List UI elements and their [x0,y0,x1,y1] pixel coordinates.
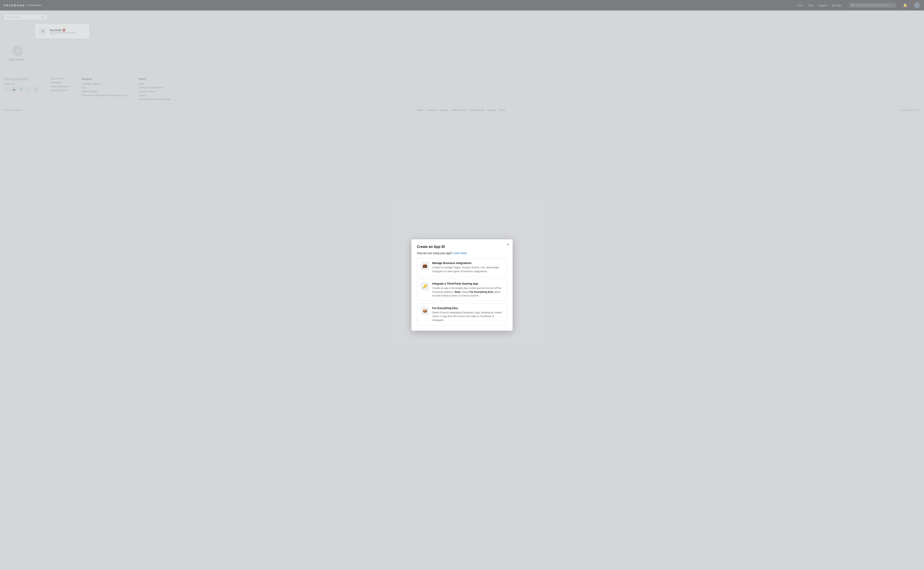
manage-business-description: Create or manage Pages, Groups, Events, … [432,265,503,273]
briefcase-icon: 💼 [421,262,429,270]
modal-close-button[interactable]: × [507,242,509,246]
for-everything-else-description: Select if you're integrating Facebook Lo… [432,311,503,322]
modal-subtitle: How are you using your app? Learn More [417,251,507,255]
modal-overlay: Create an App ID × How are you using you… [0,0,924,570]
modal-title: Create an App ID [417,245,507,249]
third-party-gaming-description: Create an app to let people play mobile … [432,286,503,297]
manage-business-option[interactable]: 💼 Manage Business Integrations Create or… [417,258,507,276]
key-icon: 🔑 [421,282,429,291]
learn-more-link[interactable]: Learn More [453,251,467,255]
third-party-gaming-option[interactable]: 🔑 Integrate a Third-Party Gaming App Cre… [417,279,507,301]
box-icon: 📦 [421,306,429,315]
for-everything-else-heading: For Everything Else [432,306,503,310]
for-everything-else-option[interactable]: 📦 For Everything Else Select if you're i… [417,303,507,325]
third-party-gaming-heading: Integrate a Third-Party Gaming App [432,282,503,285]
create-app-id-modal: Create an App ID × How are you using you… [412,239,512,331]
manage-business-heading: Manage Business Integrations [432,262,503,265]
